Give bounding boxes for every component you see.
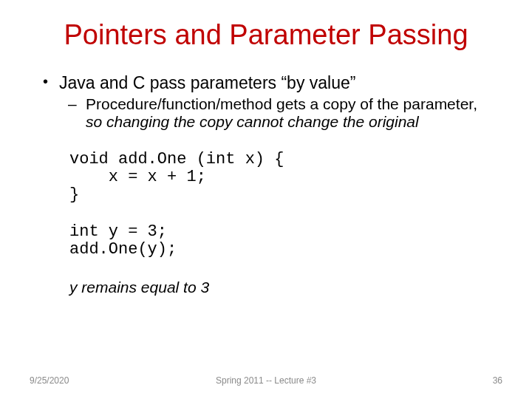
footer-center: Spring 2011 -- Lecture #3	[0, 375, 532, 386]
code-block-1: void add.One (int x) { x = x + 1; }	[38, 151, 494, 205]
footer-page-number: 36	[493, 375, 502, 386]
slide-body: Java and C pass parameters “by value” Pr…	[0, 51, 532, 296]
conclusion-text: y remains equal to 3	[38, 279, 494, 296]
footer-date: 9/25/2020	[30, 375, 69, 386]
slide-title: Pointers and Parameter Passing	[0, 0, 532, 51]
bullet-level2: Procedure/function/method gets a copy of…	[38, 95, 494, 129]
bullet2-line2: so changing the copy cannot change the o…	[86, 113, 419, 130]
bullet2-line1: Procedure/function/method gets a copy of…	[86, 95, 477, 112]
slide-footer: 9/25/2020 Spring 2011 -- Lecture #3 36	[0, 375, 532, 386]
code-block-2: int y = 3; add.One(y);	[38, 223, 494, 259]
bullet-level1: Java and C pass parameters “by value”	[38, 73, 494, 92]
slide: Pointers and Parameter Passing Java and …	[0, 0, 532, 399]
